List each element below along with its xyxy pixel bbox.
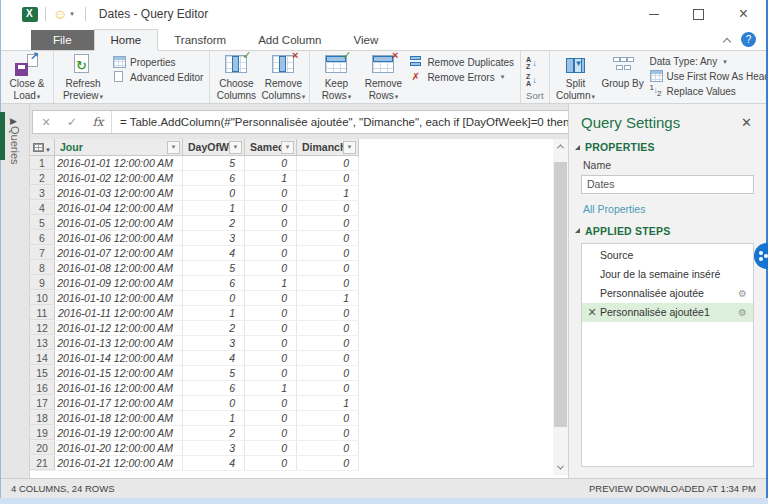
table-row[interactable]: 92016-01-09 12:00:00 AM610 xyxy=(30,276,359,291)
table-cell[interactable]: 2016-01-17 12:00:00 AM xyxy=(55,396,183,410)
close-button[interactable] xyxy=(721,0,766,28)
gear-icon[interactable]: ⚙ xyxy=(738,288,747,299)
table-cell[interactable]: 0 xyxy=(245,456,297,470)
applied-steps-section-header[interactable]: APPLIED STEPS xyxy=(575,225,754,237)
column-header-dayofweek[interactable]: DayOfWeek ▼ xyxy=(183,139,245,155)
table-cell[interactable]: 0 xyxy=(183,186,245,200)
table-cell[interactable]: 0 xyxy=(297,441,359,455)
table-row[interactable]: 22016-01-02 12:00:00 AM610 xyxy=(30,171,359,186)
table-cell[interactable]: 5 xyxy=(183,156,245,170)
table-cell[interactable]: 0 xyxy=(245,441,297,455)
table-row[interactable]: 72016-01-07 12:00:00 AM400 xyxy=(30,246,359,261)
table-cell[interactable]: 0 xyxy=(297,351,359,365)
table-cell[interactable]: 1 xyxy=(297,186,359,200)
help-icon[interactable]: ? xyxy=(741,32,756,47)
quick-access-caret-icon[interactable]: ▾ xyxy=(70,10,74,18)
choose-columns-button[interactable]: ✓ Choose Columns xyxy=(213,53,259,101)
row-number[interactable]: 4 xyxy=(30,201,55,215)
filter-icon[interactable]: ▼ xyxy=(343,141,356,154)
table-cell[interactable]: 2 xyxy=(183,426,245,440)
table-cell[interactable]: 0 xyxy=(245,366,297,380)
row-number[interactable]: 6 xyxy=(30,231,55,245)
tab-file[interactable]: File xyxy=(31,30,94,50)
table-cell[interactable]: 2016-01-21 12:00:00 AM xyxy=(55,456,183,470)
table-cell[interactable]: 3 xyxy=(183,441,245,455)
row-number[interactable]: 14 xyxy=(30,351,55,365)
column-header-dimanche[interactable]: Dimanche ▼ xyxy=(297,139,359,155)
query-name-input[interactable] xyxy=(581,175,754,194)
table-cell[interactable]: 0 xyxy=(245,426,297,440)
properties-section-header[interactable]: PROPERTIES xyxy=(575,141,754,153)
table-cell[interactable]: 0 xyxy=(297,156,359,170)
keep-rows-button[interactable]: ✓ Keep Rows xyxy=(313,53,359,101)
table-cell[interactable]: 1 xyxy=(297,291,359,305)
table-cell[interactable]: 6 xyxy=(183,381,245,395)
table-cell[interactable]: 0 xyxy=(297,426,359,440)
table-cell[interactable]: 3 xyxy=(183,231,245,245)
panel-close-icon[interactable]: ✕ xyxy=(739,115,754,130)
split-column-button[interactable]: ▼ Split Column xyxy=(553,53,599,101)
row-number[interactable]: 16 xyxy=(30,381,55,395)
table-cell[interactable]: 0 xyxy=(245,411,297,425)
table-cell[interactable]: 2016-01-08 12:00:00 AM xyxy=(55,261,183,275)
table-cell[interactable]: 0 xyxy=(245,396,297,410)
table-cell[interactable]: 0 xyxy=(245,321,297,335)
sort-ascending-button[interactable]: AZ ↓ xyxy=(524,56,539,70)
table-cell[interactable]: 6 xyxy=(183,276,245,290)
remove-duplicates-button[interactable]: Remove Duplicates xyxy=(407,55,517,69)
tab-view[interactable]: View xyxy=(338,30,395,50)
table-cell[interactable]: 0 xyxy=(183,291,245,305)
scroll-up-icon[interactable] xyxy=(553,139,568,154)
table-cell[interactable]: 0 xyxy=(245,291,297,305)
table-cell[interactable]: 2016-01-06 12:00:00 AM xyxy=(55,231,183,245)
table-cell[interactable]: 0 xyxy=(245,186,297,200)
table-cell[interactable]: 2016-01-13 12:00:00 AM xyxy=(55,336,183,350)
row-number[interactable]: 11 xyxy=(30,306,55,320)
row-number[interactable]: 15 xyxy=(30,366,55,380)
table-cell[interactable]: 2016-01-05 12:00:00 AM xyxy=(55,216,183,230)
table-cell[interactable]: 0 xyxy=(245,351,297,365)
table-cell[interactable]: 0 xyxy=(245,336,297,350)
row-number[interactable]: 7 xyxy=(30,246,55,260)
table-cell[interactable]: 0 xyxy=(297,411,359,425)
remove-errors-button[interactable]: ✗ Remove Errors xyxy=(407,70,517,84)
row-number[interactable]: 9 xyxy=(30,276,55,290)
row-number[interactable]: 19 xyxy=(30,426,55,440)
table-cell[interactable]: 1 xyxy=(245,276,297,290)
all-properties-link[interactable]: All Properties xyxy=(583,203,645,215)
table-cell[interactable]: 2016-01-03 12:00:00 AM xyxy=(55,186,183,200)
table-cell[interactable]: 1 xyxy=(297,396,359,410)
table-cell[interactable]: 4 xyxy=(183,351,245,365)
table-cell[interactable]: 2016-01-02 12:00:00 AM xyxy=(55,171,183,185)
column-header-jour[interactable]: Jour ▼ xyxy=(55,139,183,155)
sort-descending-button[interactable]: ZA ↓ xyxy=(524,73,539,87)
table-cell[interactable]: 2 xyxy=(183,216,245,230)
table-cell[interactable]: 0 xyxy=(297,336,359,350)
table-cell[interactable]: 1 xyxy=(245,381,297,395)
table-cell[interactable]: 0 xyxy=(297,276,359,290)
table-row[interactable]: 132016-01-13 12:00:00 AM300 xyxy=(30,336,359,351)
table-row[interactable]: 152016-01-15 12:00:00 AM500 xyxy=(30,366,359,381)
minimize-button[interactable] xyxy=(631,0,676,28)
formula-input[interactable]: = Table.AddColumn(#"Personnalisée ajouté… xyxy=(120,116,617,128)
table-row[interactable]: 212016-01-21 12:00:00 AM400 xyxy=(30,456,359,471)
tab-add-column[interactable]: Add Column xyxy=(242,30,337,50)
group-by-button[interactable]: Group By xyxy=(600,53,646,90)
table-cell[interactable]: 2016-01-09 12:00:00 AM xyxy=(55,276,183,290)
smiley-feedback-icon[interactable]: ☺ xyxy=(53,7,67,21)
formula-fx-icon[interactable] xyxy=(85,115,111,129)
table-cell[interactable]: 0 xyxy=(297,366,359,380)
table-cell[interactable]: 5 xyxy=(183,366,245,380)
table-cell[interactable]: 4 xyxy=(183,246,245,260)
table-cell[interactable]: 0 xyxy=(297,321,359,335)
table-cell[interactable]: 1 xyxy=(245,171,297,185)
table-row[interactable]: 32016-01-03 12:00:00 AM001 xyxy=(30,186,359,201)
table-cell[interactable]: 5 xyxy=(183,261,245,275)
table-cell[interactable]: 2016-01-19 12:00:00 AM xyxy=(55,426,183,440)
table-cell[interactable]: 4 xyxy=(183,456,245,470)
remove-rows-button[interactable]: × Remove Rows xyxy=(360,53,406,101)
table-cell[interactable]: 0 xyxy=(183,396,245,410)
table-cell[interactable]: 2016-01-16 12:00:00 AM xyxy=(55,381,183,395)
tab-home[interactable]: Home xyxy=(94,29,159,51)
table-row[interactable]: 182016-01-18 12:00:00 AM100 xyxy=(30,411,359,426)
